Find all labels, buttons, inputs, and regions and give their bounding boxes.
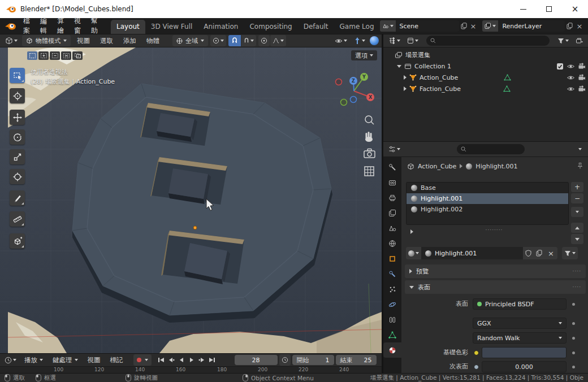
tab-world[interactable]: [383, 236, 401, 251]
pan-hand-icon[interactable]: [365, 132, 373, 142]
timeline-menu-keying[interactable]: 鍵處理: [49, 356, 82, 364]
outliner-filter-button[interactable]: [555, 35, 571, 46]
tool-rotate[interactable]: [10, 129, 25, 145]
outliner-display-mode-button[interactable]: [405, 35, 421, 46]
preview-range-button[interactable]: [279, 354, 291, 366]
select-mode-extend[interactable]: [38, 51, 49, 60]
cube-2[interactable]: [168, 168, 211, 204]
fake-user-button[interactable]: [523, 247, 534, 259]
move-slot-down-button[interactable]: [571, 234, 583, 244]
tab-physics[interactable]: [383, 297, 401, 312]
checkbox-icon[interactable]: [556, 63, 564, 70]
material-name-field[interactable]: Highlight.001: [421, 247, 523, 259]
proportional-falloff-button[interactable]: [270, 35, 286, 46]
breadcrumb-object[interactable]: Action_Cube: [418, 163, 456, 170]
scene-browse-button[interactable]: [380, 20, 396, 32]
mode-selector[interactable]: 物體模式: [22, 35, 71, 46]
animate-dot-icon[interactable]: [572, 303, 575, 306]
snap-settings-button[interactable]: [241, 35, 256, 46]
browse-material-button[interactable]: [406, 247, 421, 259]
preview-section-header[interactable]: 預覽 ····: [405, 264, 586, 278]
viewport-menu-view[interactable]: 視圖: [73, 37, 94, 45]
add-slot-button[interactable]: +: [571, 182, 583, 192]
tool-move[interactable]: [10, 110, 25, 125]
timeline-menu-markers[interactable]: 標記: [106, 356, 127, 364]
tool-add-cube[interactable]: [10, 233, 25, 249]
select-mode-invert[interactable]: [61, 51, 71, 60]
animate-dot-icon[interactable]: [572, 366, 575, 368]
timeline-editor-type-button[interactable]: [2, 354, 19, 366]
subsurface-socket-icon[interactable]: [474, 364, 479, 370]
close-button[interactable]: ×: [562, 0, 588, 18]
properties-options-chevron-icon[interactable]: [578, 148, 582, 150]
animate-dot-icon[interactable]: [572, 351, 575, 354]
axis-neg-z-ball[interactable]: [351, 97, 357, 103]
minimize-button[interactable]: [510, 0, 536, 18]
outliner-editor-type-button[interactable]: [386, 35, 403, 46]
animate-dot-icon[interactable]: [572, 337, 575, 340]
jump-to-end-button[interactable]: [207, 355, 217, 365]
outliner-row-scene-collection[interactable]: 場景選集: [383, 49, 588, 60]
tab-object-data[interactable]: [383, 327, 401, 342]
maximize-button[interactable]: [536, 0, 562, 18]
jump-to-start-button[interactable]: [157, 355, 166, 365]
tool-scale[interactable]: [10, 149, 25, 164]
viewport-options-button[interactable]: 選項: [351, 50, 377, 60]
remove-slot-button[interactable]: −: [571, 193, 583, 203]
properties-search-input[interactable]: [457, 144, 525, 154]
tab-modifiers[interactable]: [383, 266, 401, 281]
scene-copy-button[interactable]: [459, 20, 469, 32]
new-collection-button[interactable]: [573, 35, 585, 46]
material-slot-base[interactable]: Base: [407, 183, 568, 193]
viewport-menu-select[interactable]: 選取: [96, 37, 117, 45]
view-layer-browse-button[interactable]: [482, 20, 498, 32]
blender-menu-logo-icon[interactable]: [5, 21, 16, 31]
outliner-search-input[interactable]: [426, 36, 550, 46]
workspace-tab-layout[interactable]: Layout: [111, 20, 145, 34]
workspace-tab-animation[interactable]: Animation: [198, 20, 244, 34]
tool-select-box[interactable]: [10, 68, 25, 83]
tab-material[interactable]: [383, 342, 401, 358]
hide-eye-icon[interactable]: [567, 75, 575, 81]
viewport-shading-icon[interactable]: [370, 36, 379, 45]
prev-keyframe-button[interactable]: [167, 355, 176, 365]
tool-annotate[interactable]: [10, 190, 25, 206]
frame-start-field[interactable]: 開始 1: [292, 355, 334, 365]
surface-section-header[interactable]: 表面 ····: [405, 280, 586, 294]
next-keyframe-button[interactable]: [197, 355, 207, 365]
camera-visibility-icon[interactable]: [578, 63, 586, 70]
tab-object[interactable]: [383, 251, 401, 266]
workspace-tab-default[interactable]: Default: [298, 20, 334, 34]
outliner-row-action-cube[interactable]: Action_Cube: [383, 72, 588, 83]
expand-icon[interactable]: [404, 75, 407, 80]
frame-end-field[interactable]: 結束 25: [336, 355, 377, 365]
pivot-point-button[interactable]: [210, 35, 226, 46]
new-material-button[interactable]: [534, 247, 544, 259]
snap-toggle[interactable]: [228, 35, 241, 46]
play-button[interactable]: [187, 355, 197, 365]
gizmo-dropdown[interactable]: [352, 35, 368, 46]
viewport-menu-object[interactable]: 物體: [142, 37, 163, 45]
expand-icon[interactable]: [397, 65, 401, 68]
tool-cursor[interactable]: [10, 88, 25, 103]
material-slot-highlight-002[interactable]: Highlight.002: [407, 204, 568, 215]
slot-detail-expand-icon[interactable]: [410, 229, 413, 234]
tool-transform[interactable]: [10, 169, 25, 184]
workspace-tab-3d-view-full[interactable]: 3D View Full: [145, 20, 198, 34]
select-mode-intersect[interactable]: [72, 51, 83, 60]
tab-tool[interactable]: [383, 159, 401, 175]
workspace-tab-compositing[interactable]: Compositing: [244, 20, 297, 34]
scene-name-field[interactable]: Scene: [396, 20, 459, 32]
expand-icon[interactable]: [404, 86, 407, 91]
visibility-dropdown[interactable]: [332, 35, 349, 46]
breadcrumb-material[interactable]: Highlight.001: [475, 163, 517, 170]
proportional-editing-toggle[interactable]: [258, 35, 270, 46]
timeline-menu-view[interactable]: 視圖: [84, 356, 105, 364]
scene-unlink-button[interactable]: ×: [469, 20, 478, 32]
move-slot-up-button[interactable]: [571, 223, 583, 233]
hide-eye-icon[interactable]: [567, 86, 575, 92]
outliner-row-faction-cube[interactable]: Faction_Cube: [383, 83, 588, 94]
timeline-menu-playback[interactable]: 播放: [20, 356, 47, 364]
auto-key-button[interactable]: [133, 354, 152, 366]
resize-grip[interactable]: ········: [481, 227, 508, 233]
